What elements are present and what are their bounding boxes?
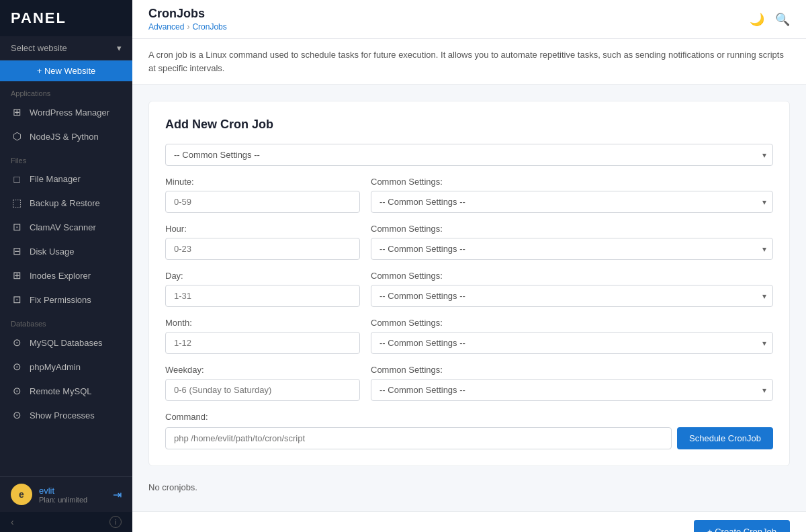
select-website-dropdown[interactable]: Select website ▾ xyxy=(0,36,132,60)
chevron-down-icon: ▾ xyxy=(117,43,122,53)
sidebar-label-clamav-scanner: ClamAV Scanner xyxy=(30,222,96,232)
topbar-actions: 🌙 🔍 xyxy=(750,12,790,27)
top-common-settings-select[interactable]: -- Common Settings -- xyxy=(165,144,773,166)
common-settings-label-minute: Common Settings: xyxy=(371,177,773,187)
user-info: evlit Plan: unlimited xyxy=(39,486,87,504)
logout-icon[interactable]: ⇥ xyxy=(113,488,122,501)
input-minute[interactable] xyxy=(165,191,360,213)
field-group-day: Day: xyxy=(165,271,360,307)
sidebar-icon-file-manager: □ xyxy=(11,173,23,185)
common-settings-select-month[interactable]: -- Common Settings -- xyxy=(371,332,773,354)
sidebar-icon-disk-usage: ⊟ xyxy=(11,245,23,257)
breadcrumb-separator: › xyxy=(187,22,189,32)
sidebar-item-phpmyadmin[interactable]: ⊙ phpMyAdmin xyxy=(0,355,132,379)
field-pair-hour: Hour: Common Settings: -- Common Setting… xyxy=(165,224,773,260)
common-settings-group-month: Common Settings: -- Common Settings -- ▾ xyxy=(371,318,773,354)
common-settings-group-minute: Common Settings: -- Common Settings -- ▾ xyxy=(371,177,773,213)
input-weekday[interactable] xyxy=(165,379,360,401)
sidebar-icon-inodes-explorer: ⊞ xyxy=(11,269,23,281)
dark-mode-icon[interactable]: 🌙 xyxy=(750,12,764,27)
common-settings-group-weekday: Common Settings: -- Common Settings -- ▾ xyxy=(371,365,773,401)
sidebar-item-disk-usage[interactable]: ⊟ Disk Usage xyxy=(0,239,132,263)
sidebar-item-remote-mysql[interactable]: ⊙ Remote MySQL xyxy=(0,379,132,403)
common-settings-wrapper-minute: -- Common Settings -- ▾ xyxy=(371,191,773,213)
field-group-weekday: Weekday: xyxy=(165,365,360,401)
common-settings-group-hour: Common Settings: -- Common Settings -- ▾ xyxy=(371,224,773,260)
input-month[interactable] xyxy=(165,332,360,354)
info-icon[interactable]: i xyxy=(109,516,122,528)
page-title: CronJobs xyxy=(148,7,227,21)
label-month: Month: xyxy=(165,318,360,328)
field-group-month: Month: xyxy=(165,318,360,354)
create-cronjob-button[interactable]: + Create CronJob xyxy=(694,520,790,532)
topbar: CronJobs Advanced › CronJobs 🌙 🔍 xyxy=(132,0,806,39)
sidebar-item-file-manager[interactable]: □ File Manager xyxy=(0,167,132,191)
label-weekday: Weekday: xyxy=(165,365,360,375)
field-group-hour: Hour: xyxy=(165,224,360,260)
common-settings-label-month: Common Settings: xyxy=(371,318,773,328)
common-settings-select-hour[interactable]: -- Common Settings -- xyxy=(371,238,773,260)
sidebar-icon-clamav-scanner: ⊡ xyxy=(11,221,23,233)
common-settings-wrapper-hour: -- Common Settings -- ▾ xyxy=(371,238,773,260)
field-pair-minute: Minute: Common Settings: -- Common Setti… xyxy=(165,177,773,213)
sidebar-label-remote-mysql: Remote MySQL xyxy=(30,386,91,396)
card-title: Add New Cron Job xyxy=(165,118,773,132)
sidebar-item-mysql-databases[interactable]: ⊙ MySQL Databases xyxy=(0,330,132,355)
sidebar-item-fix-permissions[interactable]: ⊡ Fix Permissions xyxy=(0,287,132,312)
add-cronjob-card: Add New Cron Job -- Common Settings -- ▾… xyxy=(148,101,790,466)
sidebar-label-inodes-explorer: Inodes Explorer xyxy=(30,271,91,281)
top-common-settings-row: -- Common Settings -- ▾ xyxy=(165,144,773,166)
sidebar-item-wordpress-manager[interactable]: ⊞ WordPress Manager xyxy=(0,100,132,124)
sidebar-footer: e evlit Plan: unlimited ⇥ xyxy=(0,476,132,512)
breadcrumb-advanced[interactable]: Advanced xyxy=(148,22,184,32)
sidebar-icon-show-processes: ⊙ xyxy=(11,409,23,421)
main-content: CronJobs Advanced › CronJobs 🌙 🔍 A cron … xyxy=(132,0,806,532)
user-plan: Plan: unlimited xyxy=(39,496,87,504)
label-day: Day: xyxy=(165,271,360,281)
new-website-button[interactable]: + New Website xyxy=(0,60,132,81)
sidebar-item-backup-restore[interactable]: ⬚ Backup & Restore xyxy=(0,191,132,215)
command-label: Command: xyxy=(165,412,773,422)
common-settings-select-weekday[interactable]: -- Common Settings -- xyxy=(371,379,773,401)
input-day[interactable] xyxy=(165,285,360,307)
sidebar-section-label: Applications xyxy=(0,81,132,100)
sidebar-item-show-processes[interactable]: ⊙ Show Processes xyxy=(0,403,132,427)
content-inner: Add New Cron Job -- Common Settings -- ▾… xyxy=(132,85,806,511)
bottom-bar: + Create CronJob xyxy=(132,511,806,532)
content-area: A cron job is a Linux command used to sc… xyxy=(132,39,806,532)
common-settings-select-minute[interactable]: -- Common Settings -- xyxy=(371,191,773,213)
collapse-icon[interactable]: ‹ xyxy=(11,517,14,527)
command-input[interactable] xyxy=(165,427,672,449)
user-name: evlit xyxy=(39,486,87,496)
input-hour[interactable] xyxy=(165,238,360,260)
search-icon[interactable]: 🔍 xyxy=(775,12,790,27)
page-title-area: CronJobs Advanced › CronJobs xyxy=(148,7,227,32)
sidebar-section-label: Databases xyxy=(0,312,132,330)
schedule-cronjob-button[interactable]: Schedule CronJob xyxy=(677,427,773,449)
field-pair-day: Day: Common Settings: -- Common Settings… xyxy=(165,271,773,307)
user-profile[interactable]: e evlit Plan: unlimited xyxy=(11,484,87,505)
sidebar-label-phpmyadmin: phpMyAdmin xyxy=(30,362,81,372)
no-cronjobs-text: No cronjobs. xyxy=(148,480,790,495)
field-pair-month: Month: Common Settings: -- Common Settin… xyxy=(165,318,773,354)
sidebar-item-nodejs-python[interactable]: ⬡ NodeJS & Python xyxy=(0,124,132,148)
field-group-minute: Minute: xyxy=(165,177,360,213)
sidebar-label-show-processes: Show Processes xyxy=(30,410,95,420)
common-settings-label-day: Common Settings: xyxy=(371,271,773,281)
sidebar-item-inodes-explorer[interactable]: ⊞ Inodes Explorer xyxy=(0,263,132,287)
command-row: Command: Schedule CronJob xyxy=(165,412,773,449)
common-settings-wrapper-weekday: -- Common Settings -- ▾ xyxy=(371,379,773,401)
common-settings-wrapper-month: -- Common Settings -- ▾ xyxy=(371,332,773,354)
sidebar-icon-nodejs-python: ⬡ xyxy=(11,130,23,142)
sidebar-item-clamav-scanner[interactable]: ⊡ ClamAV Scanner xyxy=(0,215,132,239)
page-description: A cron job is a Linux command used to sc… xyxy=(132,39,806,85)
sidebar-icon-fix-permissions: ⊡ xyxy=(11,294,23,306)
sidebar-icon-backup-restore: ⬚ xyxy=(11,197,23,209)
common-settings-select-day[interactable]: -- Common Settings -- xyxy=(371,285,773,307)
sidebar-label-disk-usage: Disk Usage xyxy=(30,247,74,257)
label-minute: Minute: xyxy=(165,177,360,187)
breadcrumb-cronjobs[interactable]: CronJobs xyxy=(192,22,226,32)
sidebar-label-mysql-databases: MySQL Databases xyxy=(30,338,103,348)
avatar: e xyxy=(11,484,32,505)
common-settings-wrapper-day: -- Common Settings -- ▾ xyxy=(371,285,773,307)
